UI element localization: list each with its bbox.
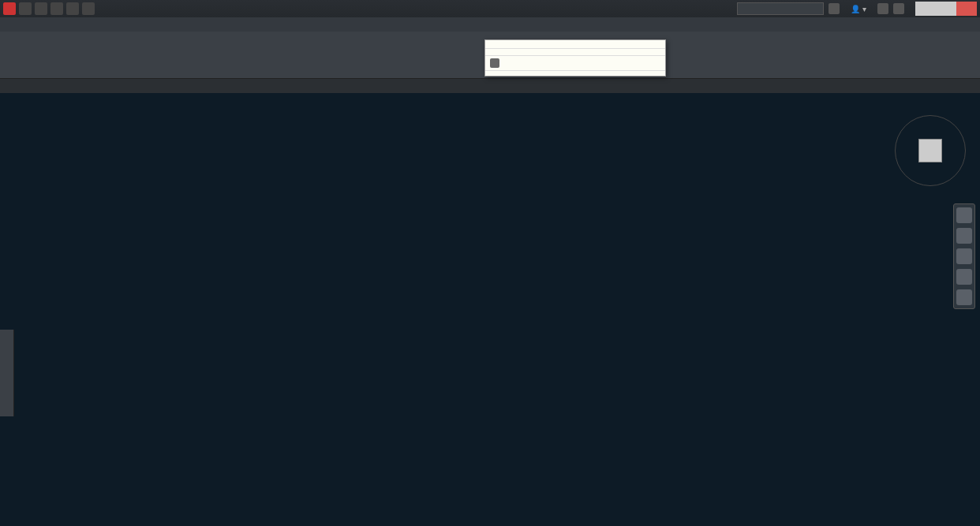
qat-new-icon[interactable] bbox=[19, 2, 32, 15]
app-menu-icon[interactable] bbox=[3, 2, 16, 15]
qat-undo-icon[interactable] bbox=[66, 2, 79, 15]
ribbon-tabs bbox=[0, 17, 980, 32]
help-icon[interactable] bbox=[893, 3, 904, 14]
quick-access-toolbar bbox=[3, 2, 95, 15]
minimize-button[interactable] bbox=[915, 2, 936, 16]
maximize-button[interactable] bbox=[936, 2, 956, 16]
nav-wheel-icon[interactable] bbox=[956, 207, 972, 223]
nav-zoom-icon[interactable] bbox=[956, 248, 972, 264]
drawing-canvas[interactable] bbox=[0, 93, 980, 526]
command-icon bbox=[490, 58, 499, 68]
qat-redo-icon[interactable] bbox=[82, 2, 95, 15]
qat-save-icon[interactable] bbox=[50, 2, 63, 15]
command-tooltip bbox=[484, 39, 666, 76]
navigation-bar bbox=[953, 203, 975, 309]
nav-orbit-icon[interactable] bbox=[956, 269, 972, 285]
document-tabs bbox=[0, 79, 980, 93]
viewcube[interactable] bbox=[895, 115, 966, 186]
help-search-input[interactable] bbox=[737, 2, 824, 15]
close-button[interactable] bbox=[956, 2, 977, 16]
exchange-icon[interactable] bbox=[877, 3, 888, 14]
titlebar: 👤 ▾ bbox=[0, 0, 980, 17]
tooltip-detail bbox=[485, 48, 665, 55]
infocenter-icons bbox=[829, 3, 840, 14]
qat-open-icon[interactable] bbox=[35, 2, 47, 15]
tooltip-help bbox=[485, 70, 665, 76]
signed-in-user[interactable]: 👤 ▾ bbox=[851, 5, 866, 13]
tooltip-command bbox=[485, 55, 665, 70]
window-buttons bbox=[915, 2, 977, 16]
viewcube-top-face[interactable] bbox=[918, 139, 942, 162]
search-icon[interactable] bbox=[829, 3, 840, 14]
titlebar-right-icons bbox=[877, 3, 904, 14]
nav-showmotion-icon[interactable] bbox=[956, 289, 972, 305]
drawing-svg bbox=[0, 107, 980, 526]
nav-pan-icon[interactable] bbox=[956, 228, 972, 244]
